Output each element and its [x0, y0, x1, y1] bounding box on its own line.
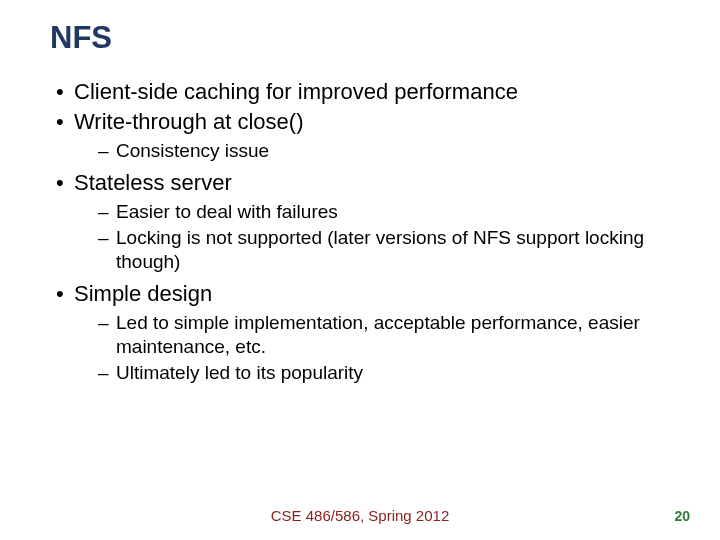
page-number: 20 — [674, 508, 690, 524]
bullet-text: Client-side caching for improved perform… — [74, 79, 518, 104]
sub-item: Led to simple implementation, acceptable… — [74, 311, 670, 359]
slide-title: NFS — [50, 20, 670, 56]
sub-item: Ultimately led to its popularity — [74, 361, 670, 385]
sub-list: Consistency issue — [74, 139, 670, 163]
bullet-item: Stateless server Easier to deal with fai… — [50, 169, 670, 274]
sub-list: Led to simple implementation, acceptable… — [74, 311, 670, 384]
sub-item: Easier to deal with failures — [74, 200, 670, 224]
bullet-item: Write-through at close() Consistency iss… — [50, 108, 670, 163]
bullet-text: Stateless server — [74, 170, 232, 195]
bullet-item: Client-side caching for improved perform… — [50, 78, 670, 106]
bullet-text: Simple design — [74, 281, 212, 306]
bullet-list: Client-side caching for improved perform… — [50, 78, 670, 384]
footer-text: CSE 486/586, Spring 2012 — [0, 507, 720, 524]
bullet-item: Simple design Led to simple implementati… — [50, 280, 670, 385]
sub-item: Locking is not supported (later versions… — [74, 226, 670, 274]
bullet-text: Write-through at close() — [74, 109, 303, 134]
slide: NFS Client-side caching for improved per… — [0, 0, 720, 384]
sub-item: Consistency issue — [74, 139, 670, 163]
sub-list: Easier to deal with failures Locking is … — [74, 200, 670, 273]
